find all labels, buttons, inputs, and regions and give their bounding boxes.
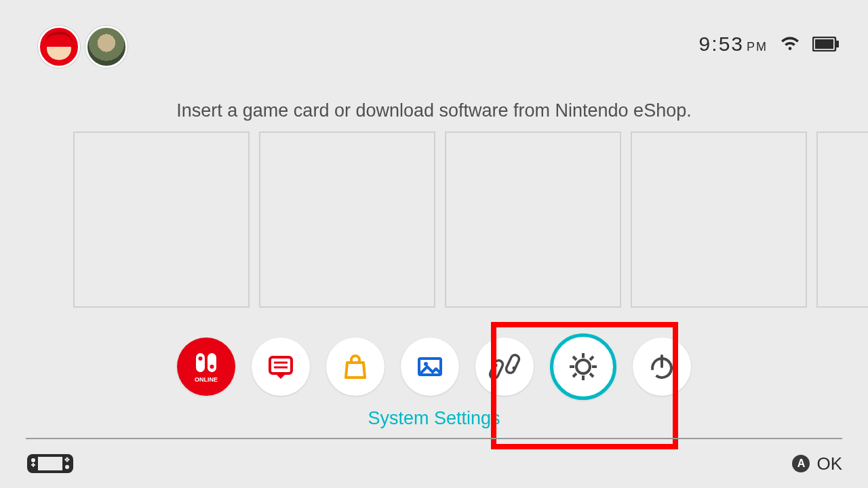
svg-point-32 [65,465,69,469]
avatar-link[interactable] [85,26,127,68]
svg-point-14 [494,364,498,367]
svg-point-35 [66,457,68,459]
dock-settings-button[interactable] [550,333,616,400]
svg-point-36 [66,460,68,462]
empty-library-hint: Insert a game card or download software … [0,100,868,121]
controller-icon [487,349,522,384]
svg-rect-3 [196,353,205,372]
album-icon [414,350,446,383]
game-tile-empty[interactable] [73,131,250,308]
svg-rect-31 [33,463,34,467]
shopping-bag-icon [339,350,372,383]
svg-rect-4 [208,353,216,372]
svg-line-21 [573,357,576,360]
game-tile-empty[interactable] [259,131,435,308]
clock-time: 9:53 [699,33,744,55]
svg-line-24 [573,373,576,377]
dock-news-button[interactable] [252,338,310,396]
top-bar: M 9:53PM [0,0,868,75]
clock: 9:53PM [699,33,768,56]
dock: ONLINE [0,338,868,400]
avatar-mario[interactable]: M [38,26,80,68]
svg-rect-2 [836,41,839,47]
news-icon [264,350,297,383]
dock-album-button[interactable] [401,338,459,396]
svg-rect-7 [270,357,292,373]
game-tile-empty[interactable] [816,131,868,308]
battery-icon [812,37,840,52]
footer-bar: A OK [26,438,842,488]
ok-label: OK [816,453,842,474]
svg-line-22 [590,373,593,377]
user-avatars: M [38,26,127,68]
svg-point-5 [199,357,203,361]
svg-point-15 [513,367,516,370]
svg-point-6 [210,365,214,369]
game-tile-empty[interactable] [631,131,807,308]
footer-ok-hint: A OK [792,453,842,474]
gear-icon [566,349,601,384]
svg-rect-28 [38,457,62,470]
status-area: 9:53PM [699,33,840,56]
svg-rect-13 [505,354,521,374]
svg-line-23 [590,357,593,360]
svg-rect-12 [489,359,505,380]
handheld-controller-icon [26,453,75,474]
svg-point-29 [31,458,35,462]
dock-selected-label: System Settings [0,408,868,429]
wifi-icon [780,36,800,52]
a-button-icon: A [792,455,810,472]
online-label: ONLINE [195,376,218,383]
dock-eshop-button[interactable] [326,338,384,396]
clock-ampm: PM [747,40,768,54]
game-tile-row[interactable] [73,131,868,308]
dock-controllers-button[interactable] [475,338,534,396]
svg-rect-1 [815,39,833,49]
dock-online-button[interactable]: ONLINE [177,338,235,396]
power-icon [646,350,678,383]
dock-sleep-button[interactable] [633,338,691,396]
game-tile-empty[interactable] [445,131,621,308]
svg-point-16 [576,360,590,373]
